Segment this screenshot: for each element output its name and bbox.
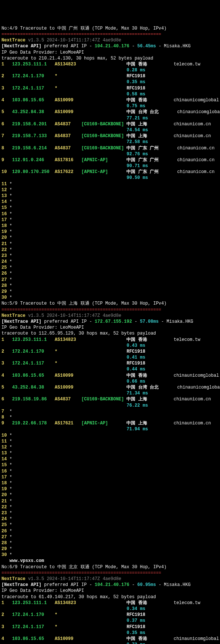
hop-row: 1 123.253.111.1 AS134823 中国 香港 telecom.t…	[1, 61, 219, 73]
hop-row-star: 20 *	[1, 235, 219, 241]
hop-row-star: 18 *	[1, 480, 219, 486]
api-loc: - Misaka.HKG	[156, 582, 191, 587]
api-ip: 104.21.40.176	[95, 44, 129, 49]
geo-provider: IP Geo Data Provider: LeoMoeAPI	[1, 588, 84, 593]
api-mid: preferred API IP -	[41, 44, 95, 49]
hop-row-star: 22 *	[1, 247, 219, 253]
hop-row: 2 172.24.1.170 * RFC1918 0.37 ms	[1, 612, 219, 624]
hop-row-star: 25 *	[1, 522, 219, 528]
hop-row-star: 28 *	[1, 540, 219, 546]
hop-row-star: 14 *	[1, 199, 219, 205]
hop-row-star: 10 *	[1, 433, 219, 438]
traceroute-cmd: traceroute to 112.65.95.129, 30 hops max…	[1, 331, 156, 336]
hop-row-star: 19 *	[1, 229, 219, 235]
traceroute-cmd: traceroute to 61.49.140.217, 30 hops max…	[1, 594, 156, 600]
hop-row-star: 30 *	[1, 552, 219, 558]
api-loc: - Misaka.HKG	[156, 44, 191, 49]
hop-row-star: 11 *	[1, 181, 219, 187]
nexttrace-name: NextTrace	[1, 38, 26, 43]
hop-row-star: 28 *	[1, 283, 219, 289]
hop-row-star: 26 *	[1, 528, 219, 534]
hop-row-star: 30 *	[1, 295, 219, 301]
hop-row-star: 24 *	[1, 516, 219, 522]
hop-row-star: 16 *	[1, 468, 219, 474]
hop-row-star: 11 *	[1, 438, 219, 444]
separator: ========================================…	[1, 32, 161, 37]
nexttrace-version: v1.3.5 2024-10-14T11:17:47Z 4ae9d8e	[26, 38, 121, 43]
watermark: www.vpsxs.com	[1, 558, 44, 563]
nexttrace-version: v1.3.5 2024-10-14T11:17:47Z 4ae9d8e	[26, 313, 121, 318]
section-title: No:5/9 Traceroute to 中国 上海 联通 (TCP Mode,…	[1, 301, 166, 306]
section-title: No:6/9 Traceroute to 中国 北京 联通 (TCP Mode,…	[1, 565, 166, 570]
hop-row-star: 14 *	[1, 456, 219, 462]
hop-row-star: 26 *	[1, 271, 219, 277]
hop-row-star: 13 *	[1, 450, 219, 456]
api-ms: 56.45ms	[137, 44, 156, 49]
hop-row: 3 172.24.1.117 * RFC1918 0.35 ms	[1, 624, 219, 636]
hop-row: 3 172.24.1.117 * RFC1918 0.44 ms	[1, 360, 219, 372]
hop-row: 1 123.253.111.1 AS134823 中国 香港 telecom.t…	[1, 337, 219, 349]
hop-row-star: 17 *	[1, 217, 219, 223]
hop-row-star: 19 *	[1, 486, 219, 492]
hop-row: 9 210.22.66.178 AS17621 [APNIC-AP] 中国 上海…	[1, 420, 219, 432]
nexttrace-version: v1.3.5 2024-10-14T11:17:47Z 4ae9d8e	[26, 576, 121, 582]
hop-row-star: 25 *	[1, 265, 219, 271]
hop-row-star: 27 *	[1, 534, 219, 540]
hop-row-star: 16 *	[1, 211, 219, 217]
hop-row: 2 172.24.1.170 * RFC1918 0.35 ms	[1, 73, 219, 85]
hop-row: 2 172.24.1.170 * RFC1918 0.41 ms	[1, 349, 219, 360]
hop-row-star: 17 *	[1, 474, 219, 480]
separator: ========================================…	[1, 570, 161, 576]
api-ms: 60.95ms	[137, 582, 156, 587]
api-prefix: [NextTrace API]	[1, 582, 41, 587]
terminal-output: No:4/9 Traceroute to 中国 广州 联通 (TCP Mode,…	[1, 26, 219, 644]
hop-row: 6 219.158.6.201 AS4837 [CU169-BACKBONE] …	[1, 121, 219, 133]
hop-row: 10 120.80.170.250 AS17622 [APNIC-AP] 中国 …	[1, 169, 219, 181]
hop-row: 5 43.252.84.38 AS10099 中国 台湾 台北 chinauni…	[1, 109, 219, 121]
separator: ========================================…	[1, 307, 161, 312]
api-ip: 172.67.155.192	[95, 319, 132, 324]
hop-row-star: 29 *	[1, 289, 219, 295]
hop-row-star: 23 *	[1, 253, 219, 259]
hop-row: 4 103.86.15.65 AS10099 中国 香港 chinaunicom…	[1, 373, 219, 384]
hop-row-star: 12 *	[1, 187, 219, 193]
hop-row: 6 219.158.19.86 AS4837 [CU169-BACKBONE] …	[1, 396, 219, 408]
hop-row: 8 *	[1, 414, 219, 420]
hop-row: 8 219.158.6.214 AS4837 [CU169-BACKBONE] …	[1, 145, 219, 157]
hop-row: 7 *	[1, 409, 219, 414]
hop-row: 7 219.158.7.133 AS4837 [CU169-BACKBONE] …	[1, 133, 219, 145]
api-ip: 104.21.40.176	[95, 582, 129, 587]
api-loc: - Misaka.HKG	[159, 319, 193, 324]
hop-row-star: 22 *	[1, 504, 219, 510]
hop-row: 4 103.86.15.65 AS10099 中国 香港 chinaunicom…	[1, 97, 219, 109]
hop-row: 9 112.91.0.246 AS17816 [APNIC-AP] 中国 广东 …	[1, 157, 219, 169]
api-prefix: [NextTrace API]	[1, 319, 41, 324]
hop-row-star: 21 *	[1, 498, 219, 504]
hop-row-star: 18 *	[1, 223, 219, 229]
api-prefix: [NextTrace API]	[1, 44, 41, 49]
hop-row: 5 43.252.84.38 AS10099 中国 台湾 台北 chinauni…	[1, 384, 219, 396]
hop-row: 3 172.24.1.117 * RFC1918 0.58 ms	[1, 85, 219, 97]
hop-row: 4 103.86.15.65 AS10099 中国 香港 chinaunicom…	[1, 636, 219, 644]
hop-row-star: 15 *	[1, 462, 219, 468]
nexttrace-name: NextTrace	[1, 576, 26, 582]
nexttrace-name: NextTrace	[1, 313, 26, 318]
hop-row-star: 20 *	[1, 492, 219, 498]
traceroute-cmd: traceroute to 210.21.4.130, 30 hops max,…	[1, 56, 153, 61]
section-title: No:4/9 Traceroute to 中国 广州 联通 (TCP Mode,…	[1, 26, 166, 31]
hop-row-star: 15 *	[1, 205, 219, 211]
geo-provider: IP Geo Data Provider: LeoMoeAPI	[1, 325, 84, 330]
hop-row-star: 24 *	[1, 259, 219, 265]
hop-row-star: 29 *	[1, 546, 219, 552]
api-mid: preferred API IP -	[41, 319, 95, 324]
hop-row: 1 123.253.111.1 AS134823 中国 香港 telecom.t…	[1, 600, 219, 612]
hop-row-star: 12 *	[1, 444, 219, 450]
hop-row-star: 13 *	[1, 193, 219, 199]
api-mid: preferred API IP -	[41, 582, 95, 587]
hop-row-star: 23 *	[1, 510, 219, 516]
hop-row-star: 27 *	[1, 277, 219, 283]
api-ms: 57.08ms	[140, 319, 159, 324]
hop-row-star: 21 *	[1, 241, 219, 247]
geo-provider: IP Geo Data Provider: LeoMoeAPI	[1, 50, 84, 55]
